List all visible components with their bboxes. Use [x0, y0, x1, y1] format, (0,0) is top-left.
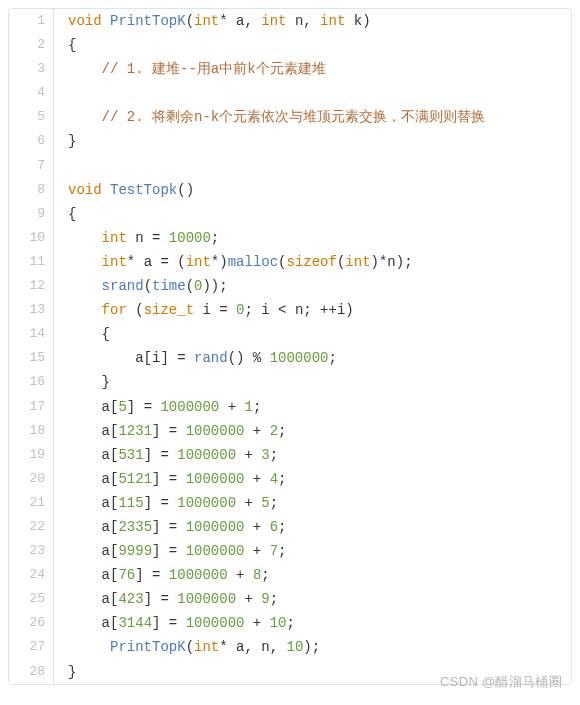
token-plain: ] = — [144, 591, 178, 607]
token-plain: + — [228, 567, 253, 583]
code-line: 17 a[5] = 1000000 + 1; — [9, 395, 571, 419]
code-line: 1void PrintTopK(int* a, int n, int k) — [9, 9, 571, 33]
line-source[interactable]: { — [54, 202, 572, 226]
code-line: 3 // 1. 建堆--用a中前k个元素建堆 — [9, 57, 571, 81]
line-source[interactable]: a[3144] = 1000000 + 10; — [54, 611, 572, 635]
line-source[interactable]: void PrintTopK(int* a, int n, int k) — [54, 9, 572, 33]
line-number: 14 — [9, 322, 54, 346]
line-source[interactable]: a[423] = 1000000 + 9; — [54, 587, 572, 611]
token-nm: 1000000 — [177, 495, 236, 511]
token-nm: 2335 — [118, 519, 152, 535]
token-plain — [68, 61, 102, 77]
line-number: 17 — [9, 395, 54, 419]
token-nm: 1000000 — [270, 350, 329, 366]
token-plain: } — [68, 374, 110, 390]
token-plain: ] = — [152, 543, 186, 559]
line-source[interactable]: a[115] = 1000000 + 5; — [54, 491, 572, 515]
code-line: 21 a[115] = 1000000 + 5; — [9, 491, 571, 515]
code-line: 25 a[423] = 1000000 + 9; — [9, 587, 571, 611]
token-plain: + — [219, 399, 244, 415]
line-source[interactable]: PrintTopK(int* a, n, 10); — [54, 635, 572, 659]
token-plain: + — [236, 591, 261, 607]
token-plain: { — [68, 206, 76, 222]
line-source[interactable]: a[i] = rand() % 1000000; — [54, 346, 572, 370]
token-plain: a[ — [68, 615, 118, 631]
code-line: 19 a[531] = 1000000 + 3; — [9, 443, 571, 467]
code-line: 7 — [9, 154, 571, 178]
line-source[interactable]: int* a = (int*)malloc(sizeof(int)*n); — [54, 250, 572, 274]
line-number: 22 — [9, 515, 54, 539]
token-plain: a[ — [68, 423, 118, 439]
token-nm: 7 — [270, 543, 278, 559]
line-source[interactable] — [54, 81, 572, 105]
line-source[interactable]: } — [54, 129, 572, 153]
token-plain: ; — [270, 495, 278, 511]
line-source[interactable]: a[5] = 1000000 + 1; — [54, 395, 572, 419]
line-source[interactable]: { — [54, 33, 572, 57]
line-source[interactable]: void TestTopk() — [54, 178, 572, 202]
line-source[interactable]: // 1. 建堆--用a中前k个元素建堆 — [54, 57, 572, 81]
line-source[interactable]: a[1231] = 1000000 + 2; — [54, 419, 572, 443]
token-plain: ; — [270, 447, 278, 463]
code-line: 15 a[i] = rand() % 1000000; — [9, 346, 571, 370]
token-nm: 9999 — [118, 543, 152, 559]
token-kw: int — [102, 254, 127, 270]
line-number: 15 — [9, 346, 54, 370]
line-number: 27 — [9, 635, 54, 659]
line-source[interactable]: // 2. 将剩余n-k个元素依次与堆顶元素交换，不满则则替换 — [54, 105, 572, 129]
line-number: 9 — [9, 202, 54, 226]
token-plain: ; — [278, 543, 286, 559]
watermark: CSDN @醋溜马桶圈 — [440, 672, 562, 692]
line-source[interactable]: } — [54, 370, 572, 394]
code-line: 9{ — [9, 202, 571, 226]
token-plain: a[ — [68, 567, 118, 583]
line-source[interactable]: a[76] = 1000000 + 8; — [54, 563, 572, 587]
token-plain: ; — [270, 591, 278, 607]
token-fn: TestTopk — [110, 182, 177, 198]
code-line: 24 a[76] = 1000000 + 8; — [9, 563, 571, 587]
token-plain: + — [244, 423, 269, 439]
token-nm: 1000000 — [177, 591, 236, 607]
line-source[interactable]: a[9999] = 1000000 + 7; — [54, 539, 572, 563]
line-number: 2 — [9, 33, 54, 57]
line-source[interactable]: int n = 10000; — [54, 226, 572, 250]
line-source[interactable]: srand(time(0)); — [54, 274, 572, 298]
line-source[interactable]: a[2335] = 1000000 + 6; — [54, 515, 572, 539]
token-kw: int — [345, 254, 370, 270]
token-kw: sizeof — [287, 254, 337, 270]
code-line: 5 // 2. 将剩余n-k个元素依次与堆顶元素交换，不满则则替换 — [9, 105, 571, 129]
token-kw: size_t — [144, 302, 194, 318]
line-source[interactable]: { — [54, 322, 572, 346]
token-plain: ; — [278, 423, 286, 439]
line-number: 1 — [9, 9, 54, 33]
line-source[interactable]: a[5121] = 1000000 + 4; — [54, 467, 572, 491]
token-plain: ); — [303, 639, 320, 655]
token-nm: 4 — [270, 471, 278, 487]
line-number: 21 — [9, 491, 54, 515]
token-plain: a[ — [68, 447, 118, 463]
token-fn: PrintTopK — [110, 639, 186, 655]
token-plain — [68, 109, 102, 125]
code-line: 4 — [9, 81, 571, 105]
token-plain: } — [68, 664, 76, 680]
token-cm: // 2. 将剩余n-k个元素依次与堆顶元素交换，不满则则替换 — [102, 109, 486, 125]
token-nm: 1000000 — [186, 543, 245, 559]
line-source[interactable]: for (size_t i = 0; i < n; ++i) — [54, 298, 572, 322]
token-nm: 6 — [270, 519, 278, 535]
token-nm: 1000000 — [160, 399, 219, 415]
token-kw: int — [186, 254, 211, 270]
line-source[interactable] — [54, 154, 572, 178]
token-plain: ; — [278, 519, 286, 535]
code-line: 22 a[2335] = 1000000 + 6; — [9, 515, 571, 539]
token-plain: () — [177, 182, 194, 198]
line-source[interactable]: a[531] = 1000000 + 3; — [54, 443, 572, 467]
token-plain: )); — [202, 278, 227, 294]
token-plain: i = — [194, 302, 236, 318]
line-number: 4 — [9, 81, 54, 105]
token-nm: 1231 — [118, 423, 152, 439]
token-fn: time — [152, 278, 186, 294]
token-plain: ; i < n; ++i) — [244, 302, 353, 318]
token-plain: } — [68, 133, 76, 149]
token-nm: 5 — [261, 495, 269, 511]
token-plain: n, — [287, 13, 321, 29]
